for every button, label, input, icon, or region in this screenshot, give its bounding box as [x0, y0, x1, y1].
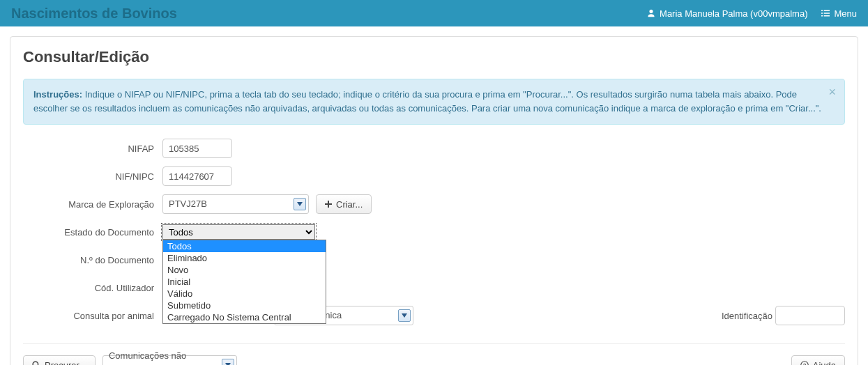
help-icon: ?	[800, 361, 809, 365]
svg-rect-4	[821, 15, 823, 17]
estado-option[interactable]: Submetido	[163, 300, 326, 311]
svg-marker-6	[297, 202, 303, 206]
estado-option[interactable]: Válido	[163, 288, 326, 300]
svg-rect-2	[821, 13, 823, 14]
row-marca: Marca de Exploração PTVJ27B Criar...	[23, 194, 845, 214]
estado-dropdown-list: Todos Eliminado Novo Inicial Válido Subm…	[162, 240, 326, 324]
nif-input[interactable]	[162, 166, 232, 186]
user-label: Maria Manuela Palma (v00vmpalma)	[660, 8, 807, 19]
svg-rect-5	[824, 15, 830, 17]
svg-rect-1	[824, 10, 830, 12]
estado-option[interactable]: Todos	[163, 240, 326, 252]
procurar-button[interactable]: Procurar...	[23, 355, 96, 365]
menu-button[interactable]: Menu	[821, 8, 857, 19]
estado-option[interactable]: Carregado No Sistema Central	[163, 311, 326, 323]
search-icon	[32, 361, 40, 365]
dropdown-arrow-icon[interactable]	[294, 198, 306, 210]
instructions-alert: Instruções: Indique o NIFAP ou NIF/NIPC,…	[23, 79, 845, 125]
estado-option[interactable]: Inicial	[163, 276, 326, 288]
footer-row: Procurar... Comunicações não arquivadas …	[23, 343, 845, 365]
arch-combobox[interactable]: Comunicações não arquivadas	[102, 355, 237, 365]
label-codutil: Cód. Utilizador	[23, 283, 162, 293]
dropdown-arrow-icon[interactable]	[398, 309, 411, 322]
row-consulta-animal: Consulta por animal ação eletrónica Iden…	[23, 306, 845, 325]
label-marca: Marca de Exploração	[23, 199, 162, 210]
row-codutil: Cód. Utilizador	[23, 278, 845, 297]
svg-text:?: ?	[802, 362, 806, 365]
user-icon	[647, 9, 655, 17]
criar-label: Criar...	[336, 199, 363, 210]
panel: Consultar/Edição Instruções: Indique o N…	[10, 36, 858, 365]
label-nifap: NIFAP	[23, 143, 162, 154]
ajuda-button[interactable]: ? Ajuda	[791, 355, 845, 365]
identificacao-input[interactable]	[775, 306, 845, 325]
nifap-input[interactable]	[162, 139, 232, 158]
label-ndoc: N.º do Documento	[23, 255, 162, 265]
instructions-body: Indique o NIFAP ou NIF/NIPC, prima a tec…	[33, 89, 821, 114]
estado-select[interactable]: Todos	[162, 224, 315, 240]
marca-combobox[interactable]: PTVJ27B	[162, 194, 309, 214]
label-estado: Estado do Documento	[23, 227, 162, 238]
row-nifap: NIFAP	[23, 139, 845, 158]
row-estado: Estado do Documento Todos Todos Eliminad…	[23, 222, 845, 242]
alert-close-button[interactable]: ×	[828, 85, 836, 100]
instructions-prefix: Instruções:	[33, 89, 82, 100]
plus-icon	[325, 201, 332, 208]
label-nif: NIF/NIPC	[23, 171, 162, 182]
row-ndoc: N.º do Documento	[23, 250, 845, 270]
svg-rect-8	[325, 203, 332, 205]
svg-rect-3	[824, 13, 830, 14]
svg-point-10	[33, 362, 38, 365]
ajuda-label: Ajuda	[813, 360, 836, 365]
page-title: Consultar/Edição	[23, 48, 845, 66]
topbar: Nascimentos de Bovinos Maria Manuela Pal…	[0, 0, 868, 26]
svg-marker-9	[402, 313, 407, 318]
content: Consultar/Edição Instruções: Indique o N…	[0, 26, 868, 365]
estado-option[interactable]: Eliminado	[163, 252, 326, 264]
arch-value: Comunicações não arquivadas	[103, 347, 222, 365]
label-consulta-animal: Consulta por animal	[23, 311, 162, 321]
dropdown-arrow-icon[interactable]	[222, 359, 234, 365]
criar-button[interactable]: Criar...	[316, 194, 372, 214]
menu-label: Menu	[834, 8, 857, 19]
label-identificacao: Identificação	[722, 311, 772, 321]
procurar-label: Procurar...	[45, 360, 86, 365]
marca-value: PTVJ27B	[163, 195, 294, 213]
row-nif: NIF/NIPC	[23, 166, 845, 186]
user-menu[interactable]: Maria Manuela Palma (v00vmpalma)	[647, 8, 807, 19]
app-title: Nascimentos de Bovinos	[11, 6, 177, 22]
estado-option[interactable]: Novo	[163, 264, 326, 276]
list-icon	[821, 9, 830, 17]
svg-rect-0	[821, 10, 823, 12]
